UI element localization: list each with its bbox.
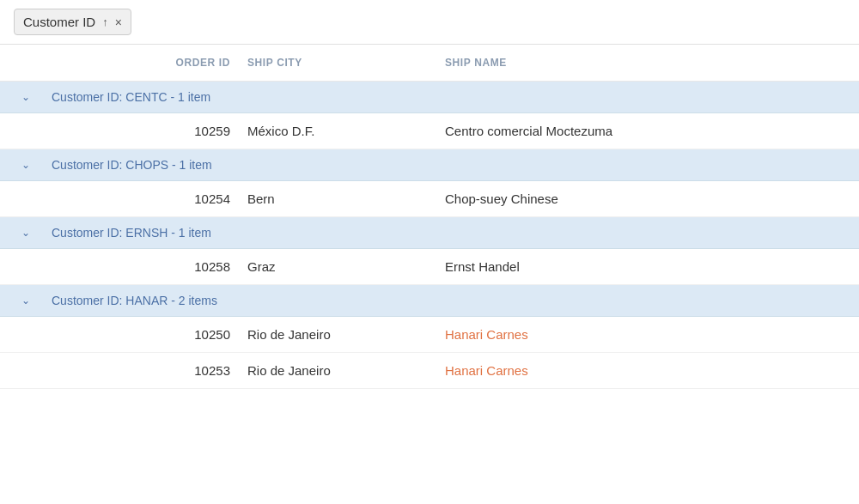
table-row: 10250 Rio de Janeiro Hanari Carnes [0,317,859,353]
group-toggle-CENTC[interactable]: ⌄ [0,91,52,103]
cell-ship-name: Ernst Handel [438,249,859,284]
group-toggle-CHOPS[interactable]: ⌄ [0,159,52,171]
cell-ship-city: México D.F. [241,113,438,149]
sort-icon[interactable]: ↑ [102,15,108,28]
group-label-ERNSH: Customer ID: ERNSH - 1 item [52,226,859,240]
cell-ship-city: Rio de Janeiro [241,353,438,388]
group-toggle-ERNSH[interactable]: ⌄ [0,227,52,239]
group-toggle-HANAR[interactable]: ⌄ [0,295,52,307]
cell-order-id: 10253 [52,353,241,388]
cell-ship-city: Graz [241,249,438,284]
table-header: ORDER ID SHIP CITY SHIP NAME [0,45,859,82]
cell-expand [0,257,52,277]
filter-chip[interactable]: Customer ID ↑ × [14,9,131,35]
group-label-CENTC: Customer ID: CENTC - 1 item [52,90,859,104]
cell-order-id: 10258 [52,249,241,284]
cell-ship-name: Chop-suey Chinese [438,181,859,216]
group-row: ⌄ Customer ID: HANAR - 2 items [0,285,859,317]
cell-expand [0,361,52,381]
table-row: 10259 México D.F. Centro comercial Mocte… [0,113,859,149]
cell-ship-name: Hanari Carnes [438,317,859,352]
cell-ship-city: Bern [241,181,438,216]
group-row: ⌄ Customer ID: CHOPS - 1 item [0,149,859,181]
table-row: 10254 Bern Chop-suey Chinese [0,181,859,217]
group-label-HANAR: Customer ID: HANAR - 2 items [52,294,859,307]
table-row: 10253 Rio de Janeiro Hanari Carnes [0,353,859,389]
group-row: ⌄ Customer ID: ERNSH - 1 item [0,217,859,249]
col-header-ship-name: SHIP NAME [438,52,859,74]
chevron-down-icon: ⌄ [21,227,30,239]
chevron-down-icon: ⌄ [21,159,30,171]
cell-ship-name: Hanari Carnes [438,353,859,388]
close-icon[interactable]: × [115,15,122,29]
cell-ship-city: Rio de Janeiro [241,317,438,352]
cell-expand [0,189,52,209]
chevron-down-icon: ⌄ [21,91,30,103]
cell-order-id: 10259 [52,113,241,149]
col-header-expand [0,52,52,74]
chevron-down-icon: ⌄ [21,295,30,307]
cell-order-id: 10254 [52,181,241,216]
filter-bar: Customer ID ↑ × [0,0,859,45]
group-row: ⌄ Customer ID: CENTC - 1 item [0,82,859,113]
col-header-ship-city: SHIP CITY [241,52,438,74]
cell-expand [0,121,52,142]
cell-ship-name: Centro comercial Moctezuma [438,113,859,149]
table-row: 10258 Graz Ernst Handel [0,249,859,285]
cell-order-id: 10250 [52,317,241,352]
cell-expand [0,325,52,345]
filter-label: Customer ID [23,15,95,29]
col-header-order-id: ORDER ID [52,52,241,74]
group-label-CHOPS: Customer ID: CHOPS - 1 item [52,158,859,172]
table-body: ⌄ Customer ID: CENTC - 1 item 10259 Méxi… [0,82,859,389]
